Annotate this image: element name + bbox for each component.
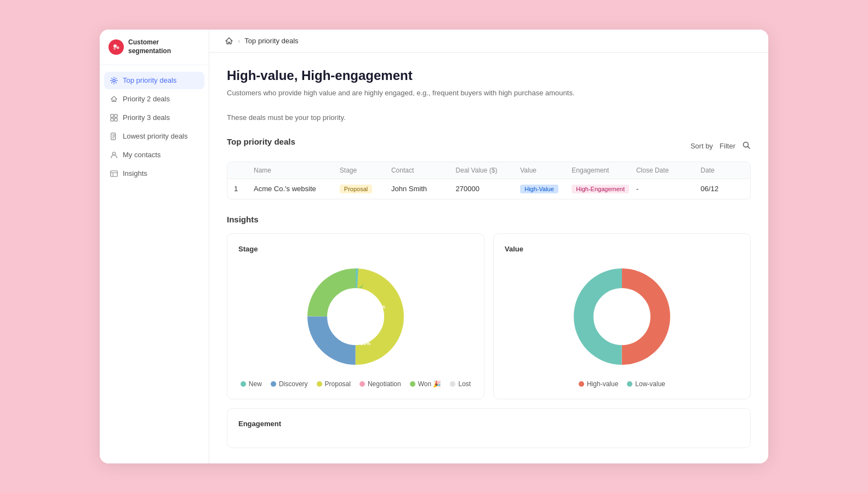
sidebar-item-lowest-priority[interactable]: Lowest priority deals xyxy=(104,128,204,145)
legend-dot-discovery xyxy=(271,381,276,387)
row-engagement: High-Engagement xyxy=(572,185,636,193)
col-contact: Contact xyxy=(391,167,456,174)
svg-point-9 xyxy=(112,152,115,154)
table-icon xyxy=(110,169,118,178)
stage-label-won: 25% xyxy=(361,341,370,346)
file-icon xyxy=(110,132,118,141)
svg-rect-4 xyxy=(111,114,113,117)
app-window: Customer segmentation Top priority deals xyxy=(100,30,768,463)
engagement-chart-card: Engagement xyxy=(227,408,751,448)
table-row[interactable]: 1 Acme Co.'s website Proposal John Smith… xyxy=(227,179,750,199)
value-chart-card: Value 50% xyxy=(493,233,751,399)
row-contact: John Smith xyxy=(391,185,456,193)
value-label-high: 50% xyxy=(638,315,648,320)
legend-label-lost: Lost xyxy=(458,380,471,388)
sort-by-button[interactable]: Sort by xyxy=(690,142,713,150)
stage-label-proposal: 50% xyxy=(329,312,339,318)
col-date: Date xyxy=(701,167,744,174)
nav-label-lowest-priority: Lowest priority deals xyxy=(123,132,188,140)
legend-new: New xyxy=(241,380,262,388)
search-icon[interactable] xyxy=(742,141,751,151)
deals-actions: Sort by Filter xyxy=(690,141,751,151)
stage-badge: Proposal xyxy=(340,185,372,193)
sidebar-nav: Top priority deals Priority 2 deals xyxy=(100,72,209,455)
logo-title-line1: Customer xyxy=(128,38,171,47)
col-engagement: Engagement xyxy=(572,167,636,174)
logo-title-line2: segmentation xyxy=(128,47,171,56)
engagement-chart-title: Engagement xyxy=(238,420,739,428)
charts-row: Stage xyxy=(227,233,751,399)
house-icon xyxy=(110,95,118,104)
sidebar-item-insights[interactable]: Insights xyxy=(104,165,204,182)
value-donut-container: 50% 50% High-value xyxy=(505,262,739,388)
legend-label-proposal: Proposal xyxy=(325,380,351,388)
row-close-date: - xyxy=(636,185,701,193)
stage-chart-title: Stage xyxy=(238,245,473,253)
col-value: Value xyxy=(520,167,572,174)
row-deal-value: 270000 xyxy=(456,185,521,193)
legend-dot-won xyxy=(410,381,415,387)
table-header-row: Name Stage Contact Deal Value ($) Value … xyxy=(227,162,750,179)
row-index: 1 xyxy=(234,185,254,193)
row-name: Acme Co.'s website xyxy=(254,185,340,193)
row-date: 06/12 xyxy=(701,185,744,193)
svg-rect-7 xyxy=(115,118,117,121)
breadcrumb-home[interactable] xyxy=(225,36,233,45)
page-description-line1: Customers who provide high value and are… xyxy=(227,88,751,99)
legend-dot-lost xyxy=(450,381,455,387)
legend-lost: Lost xyxy=(450,380,471,388)
svg-rect-6 xyxy=(111,118,113,121)
sidebar-logo: Customer segmentation xyxy=(100,38,209,65)
svg-point-1 xyxy=(117,47,119,49)
nav-label-insights: Insights xyxy=(123,169,147,177)
nav-label-priority3: Priority 3 deals xyxy=(123,113,170,122)
logo-icon xyxy=(108,39,124,55)
legend-dot-low-value xyxy=(627,381,632,387)
breadcrumb-current: Top priority deals xyxy=(244,37,298,45)
svg-rect-5 xyxy=(115,114,117,117)
insights-section: Insights Stage xyxy=(227,215,751,448)
col-deal-value: Deal Value ($) xyxy=(456,167,521,174)
row-value: High-Value xyxy=(520,185,572,193)
stage-legend: New Discovery Proposal xyxy=(241,380,471,388)
sidebar-item-priority2[interactable]: Priority 2 deals xyxy=(104,90,204,108)
value-label-low: 50% xyxy=(596,315,606,320)
svg-rect-10 xyxy=(111,170,117,176)
filter-button[interactable]: Filter xyxy=(719,142,735,150)
value-badge: High-Value xyxy=(520,185,558,193)
stage-label-new: 0% xyxy=(352,289,359,295)
legend-dot-new xyxy=(241,381,246,387)
legend-low-value: Low-value xyxy=(627,380,665,388)
legend-negotiation: Negotiation xyxy=(359,380,401,388)
stage-donut-svg: 0% 25% 50% 25% xyxy=(301,262,410,371)
stage-donut-svg-wrap: 0% 25% 50% 25% xyxy=(301,262,410,371)
legend-dot-high-value xyxy=(579,381,584,387)
sidebar-item-top-priority[interactable]: Top priority deals xyxy=(104,72,204,89)
main-header: › Top priority deals xyxy=(209,30,768,53)
legend-proposal: Proposal xyxy=(317,380,351,388)
sidebar: Customer segmentation Top priority deals xyxy=(100,30,209,463)
col-stage: Stage xyxy=(340,167,391,174)
page-description-line2: These deals must be your top priority. xyxy=(227,112,751,124)
legend-label-negotiation: Negotiation xyxy=(368,380,401,388)
sidebar-item-priority3[interactable]: Priority 3 deals xyxy=(104,109,204,127)
svg-point-2 xyxy=(113,48,116,50)
legend-label-new: New xyxy=(249,380,262,388)
stage-donut-container: 0% 25% 50% 25% New xyxy=(238,262,473,388)
deals-section-title: Top priority deals xyxy=(227,137,295,146)
value-donut-svg-wrap: 50% 50% xyxy=(567,262,677,371)
legend-label-won: Won 🎉 xyxy=(418,380,442,388)
value-donut-svg: 50% 50% xyxy=(567,262,677,371)
col-close-date: Close Date xyxy=(636,167,701,174)
settings-icon xyxy=(110,76,118,85)
legend-label-high-value: High-value xyxy=(587,380,618,388)
legend-discovery: Discovery xyxy=(271,380,308,388)
breadcrumb-separator: › xyxy=(238,37,240,45)
main-content: High-value, High-engagement Customers wh… xyxy=(209,53,768,463)
stage-label-discovery: 25% xyxy=(375,304,385,309)
svg-point-0 xyxy=(113,44,117,48)
deals-section-header: Top priority deals Sort by Filter xyxy=(227,137,751,155)
sidebar-item-my-contacts[interactable]: My contacts xyxy=(104,146,204,164)
nav-label-priority2: Priority 2 deals xyxy=(123,95,170,103)
legend-won: Won 🎉 xyxy=(410,380,442,388)
